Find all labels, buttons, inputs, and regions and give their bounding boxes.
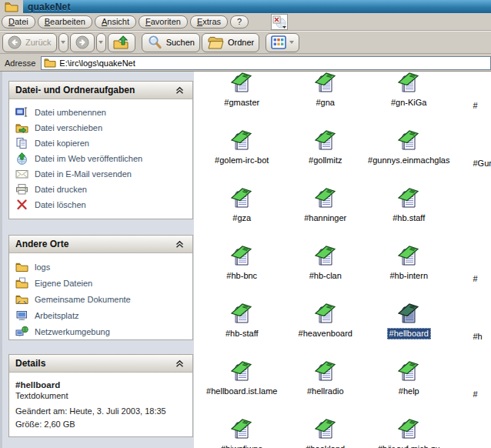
- back-button[interactable]: Zurück: [2, 33, 57, 52]
- file-item-heavenboard[interactable]: #heavenboard: [284, 294, 368, 352]
- sidebar-item-eigene-dateien[interactable]: Eigene Dateien: [15, 275, 188, 291]
- file-tasks-pane-header[interactable]: Datei- und Ordneraufgaben: [9, 82, 192, 99]
- file-tasks-pane: Datei- und Ordneraufgaben Datei umbenenn…: [8, 81, 193, 219]
- file-item-hiwnfiwne[interactable]: #hiwnfiwne: [200, 410, 284, 448]
- sidebar-item-gemeinsame-dokumente[interactable]: Gemeinsame Dokumente: [15, 291, 188, 307]
- sidebar-item-logs[interactable]: logs: [15, 259, 188, 275]
- back-dropdown-button[interactable]: [58, 33, 68, 52]
- collapse-chevron-icon[interactable]: [172, 83, 186, 97]
- menu-item-extras[interactable]: Extras: [190, 15, 228, 28]
- sidebar-item-netzwerkumgebung[interactable]: Netzwerkumgebung: [15, 323, 188, 339]
- sidebar-item-datei-im-web-ver-ffentlichen[interactable]: Datei im Web veröffentlichen: [15, 151, 188, 166]
- up-button[interactable]: [108, 33, 135, 52]
- file-item-golem-irc-bot[interactable]: #golem-irc-bot: [200, 121, 284, 179]
- file-item-help[interactable]: #: [451, 72, 491, 121]
- sidebar-item-datei-in-e-mail-versenden[interactable]: Datei in E-Mail versenden: [15, 166, 188, 182]
- sidebar-item-datei-drucken[interactable]: Datei drucken: [15, 182, 188, 197]
- folder-icon: [44, 58, 56, 68]
- text-document-icon: [229, 300, 254, 325]
- text-document-icon: [313, 416, 338, 440]
- menu-item-label: ?: [237, 17, 242, 26]
- file-item-h[interactable]: #h: [451, 294, 491, 352]
- file-label: #gna: [314, 97, 337, 109]
- file-item-h-r-auf-mich-zu[interactable]: #hör.auf.mich.zu: [367, 410, 451, 448]
- forward-button[interactable]: [70, 33, 95, 52]
- file-item-gna[interactable]: #gna: [284, 72, 368, 121]
- folders-label: Ordner: [228, 38, 254, 47]
- file-item-help[interactable]: #: [451, 352, 491, 410]
- file-label: #hb-bnc: [224, 270, 259, 282]
- folder-icon: [15, 261, 28, 273]
- menu-item-datei[interactable]: Datei: [2, 15, 35, 28]
- file-item-gollmitz[interactable]: #gollmitz: [284, 121, 368, 179]
- file-item-hookland[interactable]: #hookland: [284, 410, 368, 448]
- file-item-hb-staff[interactable]: #hb.staff: [367, 179, 451, 236]
- views-icon: [271, 35, 286, 49]
- search-icon: [147, 35, 162, 50]
- file-item-hb-intern[interactable]: #hb-intern: [367, 236, 451, 294]
- file-item-hsdh[interactable]: #hsdh: [451, 410, 491, 448]
- text-document-icon: [396, 185, 421, 209]
- menu-item-label: Extras: [197, 17, 221, 26]
- back-icon: [8, 35, 22, 49]
- file-label: #gollmitz: [306, 155, 344, 166]
- file-label: #gn-KiGa: [389, 97, 429, 109]
- menu-item-bearbeiten[interactable]: Bearbeiten: [38, 15, 92, 28]
- file-label: #Gund: [473, 158, 491, 169]
- forward-icon: [75, 35, 89, 49]
- pane-title: Details: [15, 358, 45, 369]
- sidebar-item-label: Datei löschen: [35, 200, 86, 209]
- sidebar-item-arbeitsplatz[interactable]: Arbeitsplatz: [15, 307, 188, 323]
- files-view[interactable]: #gmaster#gna#gn-KiGa##golem-irc-bot#goll…: [194, 72, 491, 448]
- address-field[interactable]: [41, 56, 491, 70]
- file-item-empty: [451, 179, 491, 236]
- file-item-hb-staff[interactable]: #hb-staff: [200, 294, 284, 352]
- file-item-gn-kiga[interactable]: #gn-KiGa: [367, 72, 451, 121]
- file-item-hanninger[interactable]: #hanninger: [284, 179, 368, 236]
- file-item-hellboard-ist-lame[interactable]: #hellboard.ist.lame: [200, 352, 284, 410]
- search-button[interactable]: Suchen: [142, 33, 200, 52]
- my-documents-icon: [15, 277, 28, 289]
- file-item-gunnys-einmachglas[interactable]: #gunnys.einmachglas: [367, 121, 451, 179]
- menu-item-favoriten[interactable]: Favoriten: [139, 15, 188, 28]
- file-label: #hellboard: [387, 328, 431, 339]
- sidebar-item-datei-l-schen[interactable]: Datei löschen: [15, 197, 188, 212]
- sidebar-item-label: Datei verschieben: [35, 123, 102, 132]
- file-item-help[interactable]: #: [451, 236, 491, 294]
- address-input[interactable]: [59, 59, 488, 68]
- sidebar-item-datei-umbenennen[interactable]: Datei umbenennen: [15, 105, 188, 120]
- file-item-gmaster[interactable]: #gmaster: [200, 72, 284, 121]
- file-label: #hellboard.ist.lame: [204, 386, 279, 397]
- text-document-icon: [313, 242, 338, 267]
- folders-button[interactable]: Ordner: [202, 33, 259, 52]
- text-document-icon: [313, 185, 338, 209]
- details-pane-header[interactable]: Details: [9, 355, 192, 373]
- views-button[interactable]: [266, 33, 299, 52]
- file-item-gund[interactable]: #Gund: [451, 121, 491, 179]
- file-item-hellboard[interactable]: #hellboard: [367, 294, 451, 352]
- file-label: #hör.auf.mich.zu: [376, 443, 443, 448]
- other-places-pane-header[interactable]: Andere Orte: [9, 236, 192, 253]
- file-item-help[interactable]: #help: [367, 352, 451, 410]
- move-icon: [15, 122, 28, 134]
- address-bar: Adresse: [0, 55, 491, 72]
- forward-dropdown-button[interactable]: [96, 33, 106, 52]
- file-item-hellradio[interactable]: #hellradio: [284, 352, 368, 410]
- file-label: #hb-intern: [387, 270, 430, 282]
- file-item-gza[interactable]: #gza: [200, 179, 284, 236]
- menu-item-ansicht[interactable]: Ansicht: [95, 15, 136, 28]
- sidebar-item-datei-verschieben[interactable]: Datei verschieben: [15, 120, 188, 135]
- delete-icon: [15, 199, 28, 211]
- text-document-icon: [396, 127, 421, 152]
- menu-item-help[interactable]: ?: [230, 15, 249, 28]
- file-item-hb-bnc[interactable]: #hb-bnc: [200, 236, 284, 294]
- explorer-window: quakeNet DateiBearbeitenAnsichtFavoriten…: [0, 0, 491, 448]
- file-label: #golem-irc-bot: [212, 155, 271, 166]
- collapse-chevron-icon[interactable]: [172, 356, 186, 370]
- sidebar-item-datei-kopieren[interactable]: Datei kopieren: [15, 135, 188, 151]
- file-label: #hb-clan: [307, 270, 344, 282]
- file-item-hb-clan[interactable]: #hb-clan: [284, 236, 368, 294]
- collapse-chevron-icon[interactable]: [172, 237, 186, 251]
- title-bar[interactable]: quakeNet: [0, 0, 491, 13]
- address-label: Adresse: [5, 59, 35, 68]
